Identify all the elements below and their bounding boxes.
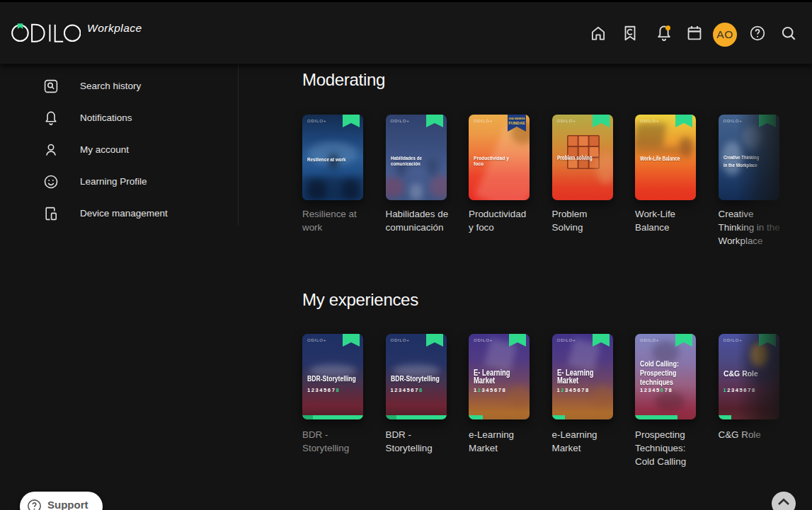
svg-text:FUNDAE: FUNDAE <box>508 121 525 125</box>
svg-text:UNA MANERA: UNA MANERA <box>508 117 525 120</box>
